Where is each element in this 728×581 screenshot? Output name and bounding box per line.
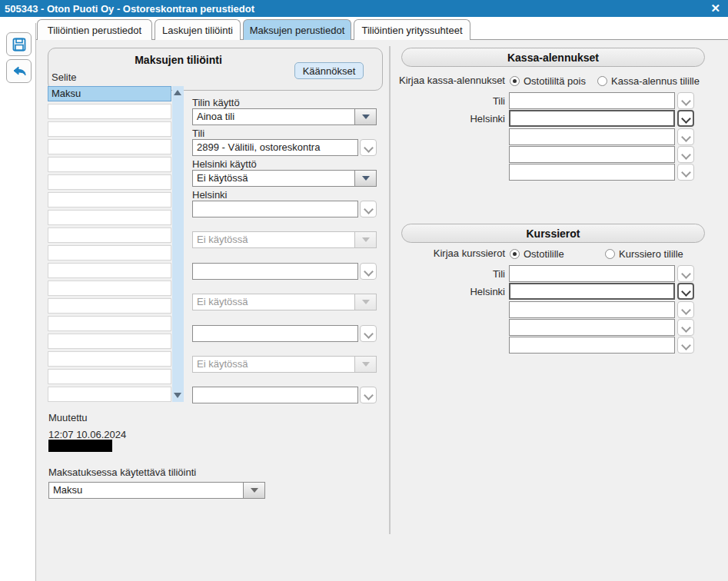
- floppy-disk-icon: [12, 37, 27, 52]
- list-item[interactable]: [48, 121, 171, 137]
- dropdown-arrow-icon[interactable]: [354, 171, 376, 186]
- combo-chevron-icon[interactable]: [677, 301, 694, 318]
- kassa-empty-combobox-3[interactable]: [509, 164, 675, 181]
- combo-chevron-icon[interactable]: [677, 319, 694, 336]
- tili-combobox[interactable]: 2899 - Välitili, ostoreskontra: [192, 139, 358, 156]
- list-item[interactable]: [48, 351, 171, 367]
- maksatus-value: Maksu: [53, 484, 82, 496]
- kurssierot-empty-combobox-3[interactable]: [509, 337, 675, 354]
- list-item[interactable]: [48, 387, 171, 402]
- scroll-down-icon[interactable]: [174, 393, 181, 398]
- list-item[interactable]: [48, 192, 171, 208]
- combo-chevron-icon[interactable]: [677, 110, 694, 127]
- tilin-kaytto-select[interactable]: Ainoa tili: [192, 108, 377, 125]
- redacted-username: [48, 440, 112, 452]
- combo-chevron-icon[interactable]: [677, 146, 694, 163]
- tilin-kaytto-label: Tilin käyttö: [192, 97, 240, 108]
- combo-chevron-icon[interactable]: [677, 128, 694, 145]
- window-titlebar: 505343 - Oton Puoti Oy - Ostoreskontran …: [0, 0, 728, 17]
- radio-label-kurssiero-tilille[interactable]: Kurssiero tilille: [619, 248, 683, 260]
- list-item[interactable]: [48, 104, 171, 119]
- undo-arrow-icon: [11, 65, 28, 78]
- kurssierot-helsinki-combobox[interactable]: [509, 283, 675, 300]
- kurssierot-header: Kurssierot: [401, 224, 705, 243]
- kassa-alennukset-header: Kassa-alennukset: [401, 48, 705, 67]
- list-item[interactable]: [48, 281, 171, 296]
- kurssierot-empty-combobox-1[interactable]: [509, 301, 675, 318]
- tab-tilioiintien-perustiedot[interactable]: Tiliöintien perustiedot: [37, 19, 152, 40]
- combo-chevron-icon[interactable]: [677, 337, 694, 354]
- tab-tilioiintien-yrityssuhteet[interactable]: Tiliöintien yrityssuhteet: [354, 19, 470, 40]
- list-item[interactable]: [48, 210, 171, 225]
- list-item-selected[interactable]: Maksu: [48, 86, 171, 101]
- radio-kassa-alennus-tilille[interactable]: [597, 76, 607, 86]
- tab-laskujen-tiliointi[interactable]: Laskujen tiliöinti: [155, 19, 241, 40]
- tab-label: Maksujen perustiedot: [250, 25, 345, 36]
- list-item[interactable]: [48, 298, 171, 314]
- helsinki-kaytto-select[interactable]: Ei käytössä: [192, 170, 377, 187]
- tab-label: Laskujen tiliöinti: [162, 25, 233, 36]
- kurssierot-empty-combobox-2[interactable]: [509, 319, 675, 336]
- kurssierot-tili-combobox[interactable]: [509, 265, 675, 282]
- tab-label: Tiliöintien yrityssuhteet: [361, 25, 462, 36]
- combo-chevron-icon[interactable]: [360, 387, 377, 403]
- combo-chevron-icon[interactable]: [677, 92, 694, 109]
- empty-combobox-3[interactable]: [192, 387, 358, 403]
- kassa-empty-combobox-2[interactable]: [509, 146, 675, 163]
- empty-combobox-2[interactable]: [192, 325, 358, 342]
- translations-button[interactable]: Käännökset: [294, 62, 364, 79]
- radio-ostotilille[interactable]: [510, 249, 520, 259]
- radio-ostotililta-pois[interactable]: [510, 76, 520, 86]
- helsinki-combobox[interactable]: [192, 201, 358, 217]
- kirjaa-kurssierot-label: Kirjaa kurssierot: [394, 247, 505, 259]
- list-item[interactable]: [48, 334, 171, 349]
- tab-label: Tiliöintien perustiedot: [48, 25, 141, 36]
- kassa-helsinki-label: Helsinki: [461, 113, 505, 124]
- disabled-kaytto-select-3: Ei käytössä: [192, 356, 377, 373]
- list-item[interactable]: [48, 369, 171, 384]
- list-item[interactable]: [48, 174, 171, 190]
- tili-combo-chevron-icon[interactable]: [360, 139, 377, 156]
- kassa-empty-combobox-1[interactable]: [509, 128, 675, 145]
- close-icon[interactable]: ✕: [710, 1, 720, 16]
- undo-button[interactable]: [6, 59, 32, 83]
- maksatus-select[interactable]: Maksu: [48, 482, 265, 499]
- list-scrollbar[interactable]: [172, 86, 184, 402]
- radio-label-ostotililta-pois[interactable]: Ostotililtä pois: [524, 75, 586, 87]
- combo-chevron-icon[interactable]: [677, 283, 694, 300]
- combo-chevron-icon[interactable]: [677, 265, 694, 282]
- list-item[interactable]: [48, 245, 171, 261]
- kassa-helsinki-combobox[interactable]: [509, 110, 675, 127]
- list-item[interactable]: [48, 316, 171, 331]
- scroll-up-icon[interactable]: [174, 90, 181, 95]
- dropdown-arrow-icon[interactable]: [243, 483, 264, 498]
- translations-button-label: Käännökset: [303, 65, 356, 77]
- muutettu-timestamp: 12:07 10.06.2024: [48, 429, 126, 440]
- save-button[interactable]: [6, 32, 32, 56]
- list-item[interactable]: [48, 227, 171, 243]
- dropdown-arrow-icon: [354, 232, 376, 247]
- radio-label-ostotilille[interactable]: Ostotilille: [524, 248, 564, 260]
- combo-chevron-icon[interactable]: [360, 325, 377, 342]
- kurssierot-tili-label: Tili: [461, 268, 505, 280]
- combo-chevron-icon[interactable]: [677, 164, 694, 181]
- kassa-tili-combobox[interactable]: [509, 92, 675, 109]
- section-title: Kassa-alennukset: [507, 51, 599, 64]
- helsinki-combo-chevron-icon[interactable]: [360, 201, 377, 217]
- list-item[interactable]: [48, 139, 171, 154]
- list-item[interactable]: [48, 157, 171, 172]
- window-title: 505343 - Oton Puoti Oy - Ostoreskontran …: [0, 3, 254, 15]
- radio-label-kassa-alennus-tilille[interactable]: Kassa-alennus tilille: [611, 75, 700, 87]
- left-panel-title: Maksujen tiliöinti: [48, 54, 309, 66]
- empty-combobox-1[interactable]: [192, 263, 358, 280]
- combo-chevron-icon[interactable]: [360, 263, 377, 280]
- tab-maksujen-perustiedot[interactable]: Maksujen perustiedot: [243, 19, 351, 40]
- dropdown-arrow-icon[interactable]: [354, 109, 376, 124]
- dropdown-arrow-icon: [354, 357, 376, 372]
- radio-kurssiero-tilille[interactable]: [605, 249, 615, 259]
- kurssierot-helsinki-label: Helsinki: [461, 286, 505, 297]
- list-item[interactable]: [48, 263, 171, 278]
- selite-list: Maksu: [48, 86, 171, 404]
- selite-label: Selite: [52, 71, 77, 83]
- maksatus-label: Maksatuksessa käytettävä tiliöinti: [48, 466, 196, 478]
